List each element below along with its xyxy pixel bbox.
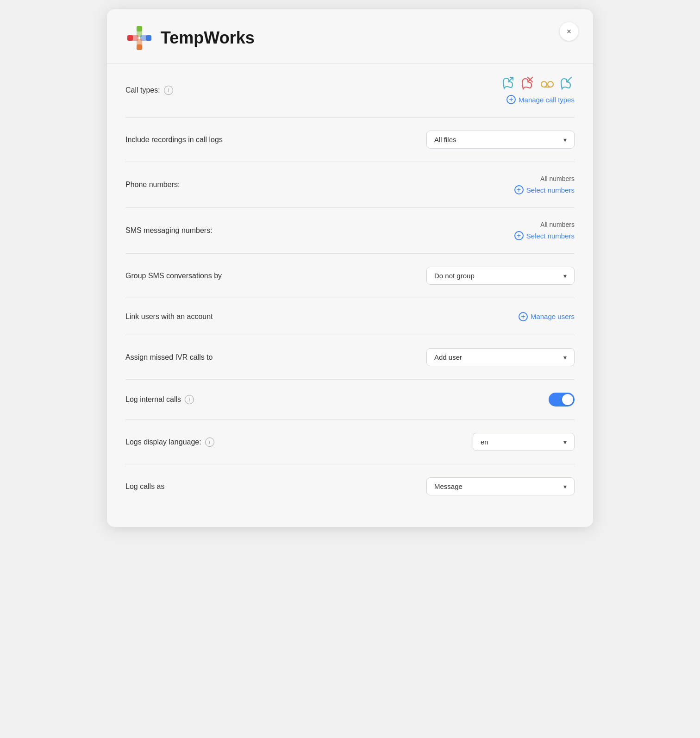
log-calls-as-row: Log calls as Message ▾ — [125, 464, 575, 508]
recordings-dropdown-chevron: ▾ — [563, 136, 567, 144]
svg-rect-7 — [137, 39, 142, 45]
recordings-right: All files ▾ — [426, 131, 575, 149]
sms-all-numbers-text: All numbers — [540, 221, 575, 228]
manage-users-link[interactable]: + Manage users — [519, 312, 575, 321]
manage-call-types-link[interactable]: + Manage call types — [506, 95, 575, 104]
svg-point-11 — [541, 81, 547, 87]
missed-ivr-right: Add user ▾ — [426, 348, 575, 366]
logs-language-dropdown[interactable]: en ▾ — [473, 433, 575, 451]
phone-numbers-label: Phone numbers: — [125, 181, 180, 189]
call-types-row: Call types: i — [125, 63, 575, 118]
modal-header: TempWorks × — [107, 9, 593, 63]
logs-language-info-icon[interactable]: i — [205, 438, 214, 447]
call-types-right: + Manage call types — [500, 76, 575, 104]
log-internal-info-icon[interactable]: i — [185, 395, 194, 404]
select-sms-numbers-link[interactable]: + Select numbers — [514, 231, 575, 240]
toggle-thumb — [562, 394, 573, 405]
recordings-dropdown[interactable]: All files ▾ — [426, 131, 575, 149]
app-logo — [125, 24, 153, 52]
logs-language-dropdown-chevron: ▾ — [563, 438, 567, 446]
logs-language-label: Logs display language: i — [125, 438, 214, 447]
log-calls-as-dropdown[interactable]: Message ▾ — [426, 477, 575, 495]
missed-ivr-row: Assign missed IVR calls to Add user ▾ — [125, 335, 575, 380]
svg-line-14 — [567, 77, 571, 82]
settings-modal: TempWorks × Call types: i — [107, 9, 593, 527]
group-sms-right: Do not group ▾ — [426, 267, 575, 285]
log-internal-right — [549, 393, 575, 407]
log-calls-as-dropdown-chevron: ▾ — [563, 483, 567, 490]
link-users-row: Link users with an account + Manage user… — [125, 298, 575, 335]
missed-ivr-dropdown[interactable]: Add user ▾ — [426, 348, 575, 366]
call-types-info-icon[interactable]: i — [164, 86, 173, 95]
manage-users-plus-icon: + — [519, 312, 528, 321]
log-calls-as-right: Message ▾ — [426, 477, 575, 495]
missed-ivr-label: Assign missed IVR calls to — [125, 353, 213, 362]
link-users-label: Link users with an account — [125, 313, 213, 321]
manage-call-types-plus-icon: + — [506, 95, 516, 104]
sms-numbers-label: SMS messaging numbers: — [125, 226, 212, 235]
log-internal-label: Log internal calls i — [125, 395, 194, 404]
voicemail-icon — [539, 76, 555, 92]
select-sms-numbers-plus-icon: + — [514, 231, 524, 240]
logs-language-right: en ▾ — [473, 433, 575, 451]
outgoing-call-icon — [559, 76, 575, 92]
settings-list: Call types: i — [107, 63, 593, 508]
call-types-label: Call types: i — [125, 86, 173, 95]
link-users-right: + Manage users — [519, 312, 575, 321]
phone-numbers-right: All numbers + Select numbers — [514, 175, 575, 194]
logs-language-row: Logs display language: i en ▾ — [125, 420, 575, 464]
log-internal-row: Log internal calls i — [125, 380, 575, 420]
log-calls-as-label: Log calls as — [125, 482, 165, 491]
group-sms-row: Group SMS conversations by Do not group … — [125, 254, 575, 298]
missed-ivr-dropdown-chevron: ▾ — [563, 354, 567, 361]
log-internal-toggle[interactable] — [549, 393, 575, 407]
close-button[interactable]: × — [560, 22, 578, 41]
sms-numbers-row: SMS messaging numbers: All numbers + Sel… — [125, 208, 575, 254]
recordings-row: Include recordings in call logs All file… — [125, 118, 575, 162]
group-sms-label: Group SMS conversations by — [125, 272, 222, 280]
select-phone-numbers-link[interactable]: + Select numbers — [514, 185, 575, 194]
call-icons-group — [500, 76, 575, 92]
group-sms-dropdown[interactable]: Do not group ▾ — [426, 267, 575, 285]
toggle-track — [549, 393, 575, 407]
missed-call-icon — [520, 76, 536, 92]
group-sms-dropdown-chevron: ▾ — [563, 272, 567, 280]
svg-point-12 — [548, 81, 553, 87]
incoming-call-icon — [500, 76, 516, 92]
app-title: TempWorks — [161, 28, 255, 48]
recordings-label: Include recordings in call logs — [125, 136, 223, 144]
phone-all-numbers-text: All numbers — [540, 175, 575, 182]
phone-numbers-row: Phone numbers: All numbers + Select numb… — [125, 162, 575, 208]
logo-wrapper: TempWorks — [125, 24, 255, 52]
sms-numbers-right: All numbers + Select numbers — [514, 221, 575, 240]
select-phone-numbers-plus-icon: + — [514, 185, 524, 194]
